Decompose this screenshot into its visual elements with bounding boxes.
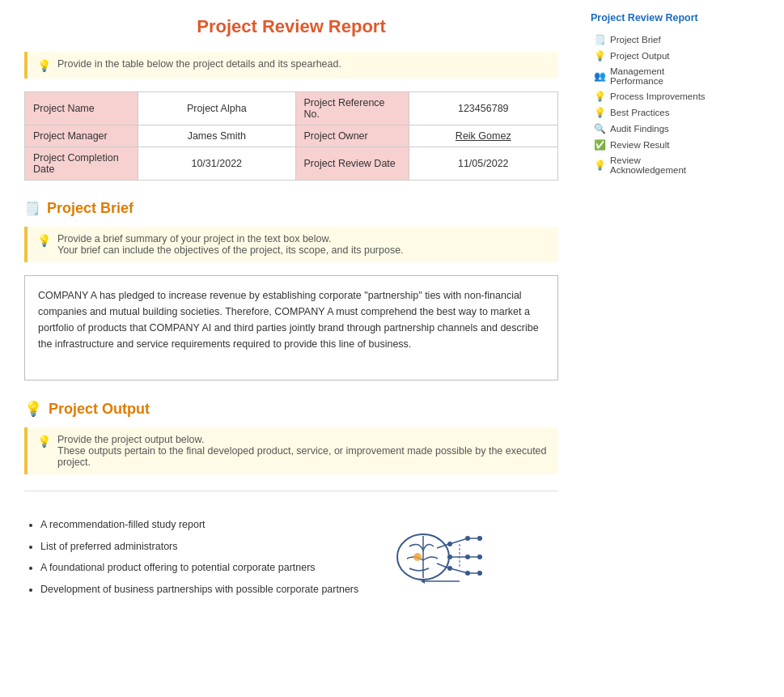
bulb-icon-sidebar-output: 💡: [594, 50, 605, 62]
brief-banner-line1: Provide a brief summary of your project …: [57, 233, 404, 244]
sidebar-label-audit-findings: Audit Findings: [610, 124, 669, 134]
svg-line-20: [450, 568, 468, 573]
sidebar-item-management-performance[interactable]: 👥 Management Performance: [591, 64, 720, 88]
svg-point-26: [413, 553, 422, 561]
header-info-banner: 💡 Provide in the table below the project…: [24, 52, 558, 79]
table-row: Project Manager James Smith Project Owne…: [25, 125, 558, 147]
table-row: Project Name Project Alpha Project Refer…: [25, 92, 558, 125]
header-banner-text: Provide in the table below the project d…: [57, 58, 341, 70]
brief-banner-line2: Your brief can include the objectives of…: [57, 244, 404, 256]
project-output-banner-text: Provide the project output below. These …: [57, 434, 549, 468]
value-project-name: Project Alpha: [138, 92, 296, 125]
divider: [24, 491, 558, 491]
list-item: A foundational product offering to poten…: [40, 559, 358, 577]
label-project-owner: Project Owner: [295, 125, 409, 147]
bulb-icon-brief: 💡: [37, 234, 51, 247]
sidebar-item-project-brief[interactable]: 🗒️ Project Brief: [591, 32, 720, 48]
label-project-manager: Project Manager: [25, 125, 138, 147]
project-brief-heading: 🗒️ Project Brief: [24, 200, 558, 217]
project-brief-banner-text: Provide a brief summary of your project …: [57, 233, 404, 256]
sidebar-label-review-acknowledgement: Review Acknowledgement: [610, 155, 717, 175]
output-banner-line1: Provide the project output below.: [57, 434, 549, 445]
sidebar-item-audit-findings[interactable]: 🔍 Audit Findings: [591, 121, 720, 137]
doc-icon: 🗒️: [594, 34, 605, 45]
sidebar-label-management-performance: Management Performance: [610, 66, 717, 86]
main-content: Project Review Report 💡 Provide in the t…: [0, 0, 583, 697]
best-icon: 💡: [594, 107, 605, 118]
brain-illustration: [375, 510, 496, 599]
audit-icon: 🔍: [594, 123, 605, 134]
output-row: A recommendation-filled study report Lis…: [24, 508, 558, 601]
bulb-icon-header: 💡: [37, 59, 51, 72]
bulb-icon-output-heading: 💡: [24, 400, 42, 418]
list-item: Development of business partnerships wit…: [40, 580, 358, 599]
value-review-date: 11/05/2022: [409, 147, 557, 181]
value-project-manager: James Smith: [138, 125, 296, 147]
label-project-ref: Project Reference No.: [295, 92, 409, 125]
bulb-icon-output: 💡: [37, 435, 51, 448]
sidebar-item-project-output[interactable]: 💡 Project Output: [591, 48, 720, 64]
list-item: List of preferred administrators: [40, 538, 358, 556]
process-icon: 💡: [594, 91, 605, 102]
value-completion-date: 10/31/2022: [138, 147, 296, 181]
project-output-title: Project Output: [49, 401, 150, 418]
list-item: A recommendation-filled study report: [40, 516, 358, 534]
page-title: Project Review Report: [24, 16, 558, 37]
sidebar-label-process-improvements: Process Improvements: [610, 91, 706, 101]
people-icon: 👥: [594, 70, 605, 82]
sidebar: Project Review Report 🗒️ Project Brief 💡…: [583, 0, 728, 697]
document-icon: 🗒️: [24, 201, 40, 216]
value-project-owner: Reik Gomez: [409, 125, 557, 147]
label-project-name: Project Name: [25, 92, 138, 125]
sidebar-label-project-brief: Project Brief: [610, 35, 661, 45]
output-banner-line2: These outputs pertain to the final devel…: [57, 445, 549, 468]
project-output-heading: 💡 Project Output: [24, 400, 558, 418]
sidebar-label-review-result: Review Result: [610, 140, 670, 150]
label-completion-date: Project Completion Date: [25, 147, 138, 181]
sidebar-item-process-improvements[interactable]: 💡 Process Improvements: [591, 88, 720, 104]
sidebar-item-review-result[interactable]: ✅ Review Result: [591, 137, 720, 153]
table-row: Project Completion Date 10/31/2022 Proje…: [25, 147, 558, 181]
check-icon: ✅: [594, 139, 605, 151]
label-review-date: Project Review Date: [295, 147, 409, 181]
value-project-ref: 123456789: [409, 92, 557, 125]
output-list: A recommendation-filled study report Lis…: [40, 516, 358, 601]
brief-text: COMPANY A has pledged to increase revenu…: [38, 290, 539, 350]
project-brief-title: Project Brief: [47, 200, 133, 217]
sidebar-title: Project Review Report: [591, 12, 720, 23]
project-details-table: Project Name Project Alpha Project Refer…: [24, 91, 558, 181]
project-brief-banner: 💡 Provide a brief summary of your projec…: [24, 227, 558, 262]
svg-line-14: [450, 538, 468, 544]
brief-textbox[interactable]: COMPANY A has pledged to increase revenu…: [24, 275, 558, 380]
sidebar-item-best-practices[interactable]: 💡 Best Practices: [591, 104, 720, 121]
sidebar-label-best-practices: Best Practices: [610, 108, 670, 117]
sidebar-item-review-acknowledgement[interactable]: 💡 Review Acknowledgement: [591, 153, 720, 177]
sidebar-label-project-output: Project Output: [610, 51, 670, 61]
ack-icon: 💡: [594, 159, 605, 171]
project-output-banner: 💡 Provide the project output below. Thes…: [24, 427, 558, 474]
